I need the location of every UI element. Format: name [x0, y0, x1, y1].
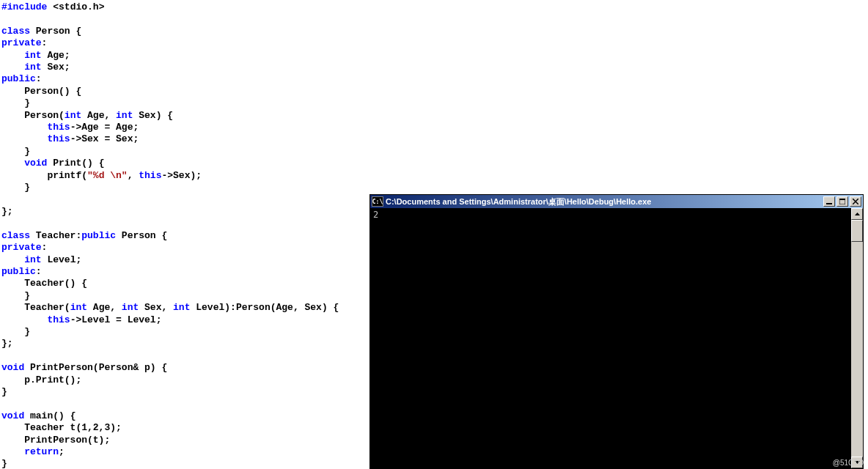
console-output: 2: [370, 208, 851, 468]
maximize-button[interactable]: [836, 196, 848, 207]
vertical-scrollbar[interactable]: [851, 208, 863, 468]
scroll-up-button[interactable]: [851, 208, 863, 220]
window-title: C:\Documents and Settings\Administrator\…: [386, 196, 822, 207]
scroll-up-icon: [855, 213, 860, 215]
scroll-track[interactable]: [851, 220, 863, 457]
minimize-icon: [826, 199, 832, 204]
minimize-button[interactable]: [823, 196, 835, 207]
preprocessor: #include: [1, 1, 47, 12]
window-controls: [822, 196, 861, 207]
cmd-icon: C:\: [372, 196, 383, 207]
scroll-thumb[interactable]: [851, 220, 863, 242]
console-body: 2: [370, 208, 863, 468]
titlebar[interactable]: C:\ C:\Documents and Settings\Administra…: [370, 195, 863, 208]
maximize-icon: [839, 199, 845, 204]
close-icon: [853, 199, 858, 204]
svg-rect-0: [826, 203, 832, 204]
close-button[interactable]: [850, 196, 861, 207]
watermark: @51CTO: [833, 459, 864, 467]
console-window: C:\ C:\Documents and Settings\Administra…: [369, 194, 864, 469]
svg-rect-2: [839, 199, 845, 200]
svg-marker-5: [855, 213, 860, 215]
